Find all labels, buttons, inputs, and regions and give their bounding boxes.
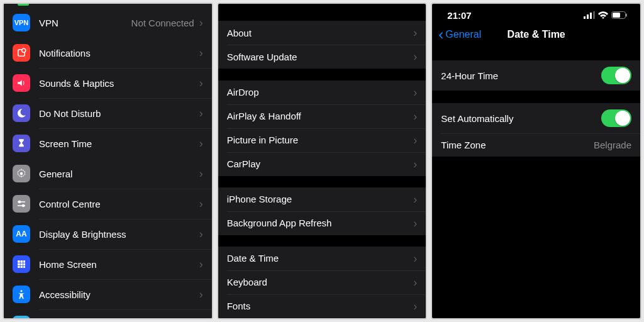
row-screentime[interactable]: Screen Time › [4, 128, 212, 158]
svg-rect-24 [587, 14, 589, 19]
about-label: About [227, 28, 409, 38]
row-bgapp[interactable]: Background App Refresh › [218, 211, 426, 235]
chevron-right-icon: › [413, 253, 417, 264]
row-control-centre[interactable]: Control Centre › [4, 189, 212, 219]
gear-icon [13, 165, 30, 182]
svg-rect-25 [590, 13, 592, 19]
storage-label: iPhone Storage [227, 194, 409, 204]
battery-icon [611, 10, 628, 21]
flower-icon [13, 316, 30, 319]
row-software-update[interactable]: Software Update › [218, 45, 426, 69]
screentime-label: Screen Time [39, 138, 194, 149]
row-set-automatically[interactable]: Set Automatically [432, 103, 640, 133]
text-size-icon: AA [13, 225, 30, 243]
chevron-right-icon: › [199, 108, 203, 119]
row-notifications[interactable]: Notifications › [4, 38, 212, 68]
wallpaper-label: Wallpaper [39, 319, 194, 320]
wifi-icon [598, 10, 608, 21]
accessibility-icon [13, 286, 30, 303]
partial-toggle [18, 3, 29, 6]
row-datetime[interactable]: Date & Time › [218, 247, 426, 270]
notifications-label: Notifications [39, 48, 194, 58]
datetime-label: Date & Time [227, 253, 409, 264]
svg-rect-9 [23, 260, 25, 263]
sounds-label: Sounds & Haptics [39, 78, 194, 89]
grid-icon [13, 255, 30, 273]
chevron-right-icon: › [199, 138, 203, 149]
24hour-label: 24-Hour Time [441, 70, 601, 81]
row-vpn[interactable]: VPN VPN Not Connected › [4, 8, 212, 38]
row-wallpaper[interactable]: Wallpaper › [4, 309, 212, 319]
chevron-right-icon: › [413, 301, 417, 312]
toggle-set-automatically[interactable] [601, 109, 631, 127]
chevron-right-icon: › [199, 77, 203, 89]
software-update-label: Software Update [227, 52, 409, 62]
svg-rect-15 [23, 266, 25, 268]
notifications-icon [13, 44, 30, 62]
bgapp-label: Background App Refresh [227, 218, 409, 228]
control-centre-label: Control Centre [39, 199, 194, 209]
back-button[interactable]: ‹ General [438, 28, 481, 40]
svg-point-16 [21, 290, 23, 292]
row-accessibility[interactable]: Accessibility › [4, 279, 212, 309]
home-screen-label: Home Screen [39, 259, 194, 270]
svg-rect-10 [18, 264, 20, 266]
svg-rect-7 [18, 260, 20, 263]
svg-rect-23 [584, 16, 586, 19]
row-fonts[interactable]: Fonts › [218, 294, 426, 318]
sliders-icon [13, 195, 30, 213]
row-airplay[interactable]: AirPlay & Handoff › [218, 104, 426, 128]
timezone-value: Belgrade [594, 140, 631, 150]
svg-rect-13 [18, 266, 20, 268]
chevron-right-icon: › [199, 168, 203, 179]
carplay-label: CarPlay [227, 158, 409, 169]
chevron-right-icon: › [413, 111, 417, 122]
svg-rect-11 [21, 264, 23, 266]
chevron-right-icon: › [413, 194, 417, 205]
row-display[interactable]: AA Display & Brightness › [4, 219, 212, 249]
svg-rect-26 [593, 11, 595, 19]
hourglass-icon [13, 135, 30, 152]
svg-rect-29 [626, 14, 627, 17]
chevron-right-icon: › [199, 17, 203, 28]
dnd-label: Do Not Disturb [39, 108, 194, 119]
chevron-right-icon: › [413, 277, 417, 288]
chevron-right-icon: › [413, 51, 417, 62]
cellular-icon [584, 10, 595, 21]
row-general[interactable]: General › [4, 158, 212, 189]
row-dnd[interactable]: Do Not Disturb › [4, 98, 212, 128]
back-label: General [445, 29, 481, 40]
svg-point-1 [22, 48, 26, 52]
chevron-right-icon: › [413, 218, 417, 229]
chevron-right-icon: › [413, 87, 417, 98]
chevron-right-icon: › [413, 27, 417, 38]
chevron-right-icon: › [199, 47, 203, 58]
timezone-label: Time Zone [441, 140, 594, 150]
svg-point-2 [20, 172, 23, 175]
svg-rect-14 [21, 266, 23, 268]
svg-rect-28 [613, 13, 620, 18]
chevron-right-icon: › [199, 289, 203, 300]
toggle-24hour[interactable] [601, 67, 631, 84]
row-airdrop[interactable]: AirDrop › [218, 80, 426, 104]
row-timezone[interactable]: Time Zone Belgrade [432, 133, 640, 157]
row-pip[interactable]: Picture in Picture › [218, 128, 426, 152]
row-keyboard[interactable]: Keyboard › [218, 270, 426, 294]
row-about[interactable]: About › [218, 21, 426, 45]
row-24hour[interactable]: 24-Hour Time [432, 60, 640, 91]
pip-label: Picture in Picture [227, 135, 409, 145]
chevron-right-icon: › [199, 228, 203, 240]
chevron-left-icon: ‹ [438, 28, 443, 40]
airdrop-label: AirDrop [227, 87, 409, 97]
set-automatically-label: Set Automatically [441, 113, 601, 124]
row-storage[interactable]: iPhone Storage › [218, 187, 426, 211]
display-label: Display & Brightness [39, 229, 194, 240]
chevron-right-icon: › [199, 198, 203, 209]
svg-rect-12 [23, 264, 25, 266]
row-home-screen[interactable]: Home Screen › [4, 249, 212, 279]
svg-rect-8 [21, 260, 23, 263]
row-sounds[interactable]: Sounds & Haptics › [4, 68, 212, 98]
row-carplay[interactable]: CarPlay › [218, 152, 426, 176]
chevron-right-icon: › [413, 135, 417, 146]
airplay-label: AirPlay & Handoff [227, 111, 409, 121]
